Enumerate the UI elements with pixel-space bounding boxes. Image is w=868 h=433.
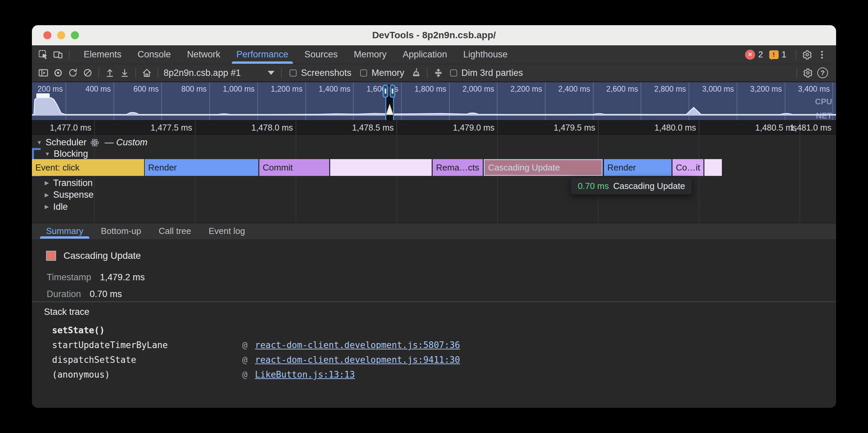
screenshots-checkbox[interactable]: Screenshots	[289, 68, 351, 78]
track-transition[interactable]: Transition	[45, 177, 93, 188]
scheduler-track-header[interactable]: Scheduler — Custom	[37, 137, 148, 148]
overview-tick-label: 400 ms	[85, 85, 111, 94]
track-label: Scheduler	[46, 137, 87, 148]
tab-performance[interactable]: Performance	[228, 45, 297, 64]
separator	[281, 68, 282, 78]
more-options-button[interactable]	[814, 47, 829, 62]
custom-track-suffix: — Custom	[104, 137, 148, 148]
inspect-cursor-icon	[38, 49, 49, 60]
error-count: 2	[758, 49, 763, 60]
summary-header: Cascading Update	[46, 251, 141, 261]
help-button[interactable]	[815, 65, 830, 80]
tab-elements[interactable]: Elements	[75, 45, 130, 64]
flame-event-label: Render	[604, 162, 636, 173]
overview-tick-label: 1,400 ms	[319, 85, 351, 94]
flame-event-render[interactable]: Render	[604, 159, 672, 176]
toggle-sidebar-button[interactable]	[36, 65, 51, 80]
load-profile-button[interactable]	[102, 65, 117, 80]
target-selector-value: 8p2n9n.csb.app #1	[163, 68, 241, 78]
tab-memory[interactable]: Memory	[346, 45, 395, 64]
bottom-tab-event-log[interactable]: Event log	[200, 223, 254, 239]
tab-console[interactable]: Console	[130, 45, 179, 64]
warning-count: 1	[782, 49, 786, 60]
flame-event-co-it[interactable]: Co…it	[673, 159, 704, 176]
overview-tick-label: 3,200 ms	[750, 85, 782, 94]
selection-handle-right[interactable]	[390, 85, 395, 98]
inspect-element-button[interactable]	[36, 47, 51, 62]
track-suspense[interactable]: Suspense	[45, 190, 93, 200]
collect-garbage-button[interactable]	[409, 65, 424, 80]
separator	[135, 68, 136, 78]
panel-tabs: ElementsConsoleNetworkPerformanceSources…	[75, 45, 516, 64]
stack-frame-link[interactable]: LikeButton.js:13:13	[255, 370, 355, 379]
memory-label: Memory	[372, 68, 404, 78]
dim-3rd-parties-label: Dim 3rd parties	[462, 68, 523, 78]
collapse-recordings-button[interactable]	[431, 65, 446, 80]
stack-frame: setState()	[32, 325, 836, 337]
device-toolbar-button[interactable]	[51, 47, 65, 62]
record-and-reload-button[interactable]	[65, 65, 80, 80]
tab-application[interactable]: Application	[395, 45, 455, 64]
divider	[32, 301, 836, 302]
track-label: Suspense	[53, 190, 93, 200]
gear-icon	[803, 67, 813, 78]
separator	[427, 68, 428, 78]
error-badge[interactable]: 2	[745, 49, 763, 60]
flame-event-commit[interactable]: Commit	[259, 159, 329, 176]
warning-badge[interactable]: 1	[769, 49, 786, 60]
flame-event-render[interactable]: Render	[145, 159, 258, 176]
stack-trace-title: Stack trace	[44, 307, 89, 317]
overview-timeline[interactable]: 200 ms400 ms600 ms800 ms1,000 ms1,200 ms…	[32, 82, 836, 120]
close-window-button[interactable]	[43, 31, 52, 39]
overview-tick-label: 800 ms	[181, 85, 207, 94]
flame-event-cascading-update[interactable]: Cascading Update	[484, 159, 602, 176]
summary-label: Duration	[47, 289, 81, 299]
checkbox-icon	[289, 69, 297, 76]
blocking-track-header[interactable]: Blocking	[45, 149, 88, 159]
net-label: NET	[816, 111, 832, 120]
at-symbol: @	[242, 355, 248, 365]
tab-network[interactable]: Network	[179, 45, 228, 64]
cpu-label: CPU	[815, 97, 832, 106]
chevron-right-icon	[45, 204, 49, 209]
flame-chart[interactable]: Scheduler — Custom Blocking Event: click…	[32, 134, 836, 223]
zoom-window-button[interactable]	[71, 31, 79, 39]
flame-event-rema-cts[interactable]: Rema…cts	[433, 159, 483, 176]
flame-tooltip: 0.70 ms Cascading Update	[571, 177, 692, 194]
three-dot-menu-icon	[816, 49, 827, 60]
stack-frame: dispatchSetState@react-dom-client.develo…	[32, 355, 836, 367]
record-button[interactable]	[51, 65, 65, 80]
bottom-tab-call-tree[interactable]: Call tree	[150, 223, 200, 239]
bottom-tab-bottom-up[interactable]: Bottom-up	[92, 223, 150, 239]
clear-recording-button[interactable]	[80, 65, 95, 80]
stack-frame-link[interactable]: react-dom-client.development.js:5807:36	[255, 340, 460, 350]
stack-frame: (anonymous)@LikeButton.js:13:13	[32, 370, 836, 381]
selection-handle-left[interactable]	[382, 85, 388, 98]
gear-icon	[802, 49, 813, 60]
dim-3rd-parties-checkbox[interactable]: Dim 3rd parties	[450, 68, 523, 78]
flame-event[interactable]	[705, 159, 722, 176]
settings-button[interactable]	[800, 47, 814, 62]
react-atom-icon	[90, 138, 99, 147]
chevron-down-icon	[45, 152, 50, 157]
window-title: DevTools - 8p2n9n.csb.app/	[372, 30, 496, 41]
target-selector-dropdown[interactable]: 8p2n9n.csb.app #1	[163, 68, 274, 78]
track-idle[interactable]: Idle	[45, 201, 68, 212]
chevron-down-icon	[37, 140, 42, 145]
live-metrics-button[interactable]	[140, 65, 154, 80]
stack-frame-link[interactable]: react-dom-client.development.js:9411:30	[255, 355, 460, 365]
track-label: Idle	[53, 202, 68, 212]
minimize-window-button[interactable]	[57, 31, 65, 39]
tab-sources[interactable]: Sources	[296, 45, 346, 64]
flame-event-event-click[interactable]: Event: click	[32, 159, 144, 176]
capture-settings-button[interactable]	[801, 65, 815, 80]
tab-lighthouse[interactable]: Lighthouse	[455, 45, 516, 64]
memory-checkbox[interactable]: Memory	[360, 68, 404, 78]
summary-row-timestamp: Timestamp1,479.2 ms	[47, 272, 145, 282]
stack-frame-function: dispatchSetState	[52, 355, 136, 365]
overview-tick-label: 600 ms	[133, 85, 159, 94]
flame-event-label: Co…it	[673, 162, 700, 173]
bottom-tab-summary[interactable]: Summary	[37, 223, 92, 239]
save-profile-button[interactable]	[117, 65, 132, 80]
flame-event[interactable]	[330, 159, 432, 176]
